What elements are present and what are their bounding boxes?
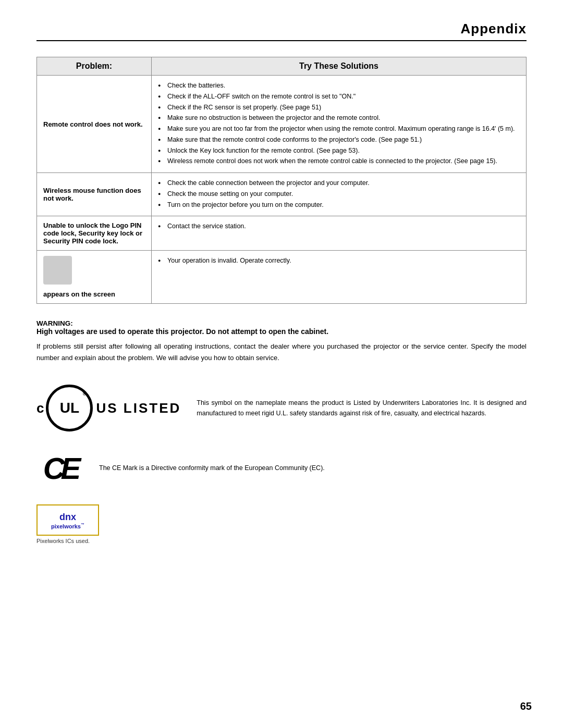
dnx-text: dnx	[59, 512, 76, 523]
solution-cell: Contact the service station.	[152, 216, 527, 251]
ul-logo: c UL ® US LISTED	[36, 385, 181, 431]
warning-main-text: High voltages are used to operate this p…	[36, 327, 527, 336]
solution-item: Check the cable connection between the p…	[158, 178, 520, 188]
problem-cell: Wireless mouse function does not work.	[37, 173, 152, 216]
solution-item: Make sure that the remote control code c…	[158, 135, 520, 145]
table-row: Remote control does not work.Check the b…	[37, 76, 527, 173]
solution-item: Contact the service station.	[158, 221, 520, 231]
page-title: Appendix	[461, 21, 527, 36]
ce-text: CE	[43, 451, 77, 486]
ul-logo-row: c UL ® US LISTED This symbol on the name…	[36, 385, 527, 431]
solution-item: Your operation is invalid. Operate corre…	[158, 256, 520, 266]
table-row: appears on the screenYour operation is i…	[37, 251, 527, 304]
troubleshooting-table: Problem: Try These Solutions Remote cont…	[36, 57, 527, 304]
pixelworks-text: pixelworks™	[51, 523, 84, 529]
table-row: Wireless mouse function does not work.Ch…	[37, 173, 527, 216]
ce-logo: CE	[36, 450, 83, 486]
warning-body-text: If problems still persist after followin…	[36, 341, 527, 364]
solution-item: Wireless remote control does not work wh…	[158, 156, 520, 166]
pixelworks-logo-row: dnx pixelworks™ Pixelworks ICs used.	[36, 504, 527, 544]
solution-cell: Your operation is invalid. Operate corre…	[152, 251, 527, 304]
solutions-column-header: Try These Solutions	[152, 57, 527, 76]
problem-cell: Unable to unlock the Logo PIN code lock,…	[37, 216, 152, 251]
logos-section: c UL ® US LISTED This symbol on the name…	[36, 385, 527, 544]
solution-item: Check the batteries.	[158, 81, 520, 91]
solution-item: Check the mouse setting on your computer…	[158, 189, 520, 199]
solution-cell: Check the batteries.Check if the ALL-OFF…	[152, 76, 527, 173]
pixelworks-logo: dnx pixelworks™	[36, 504, 99, 536]
icon-placeholder	[43, 256, 72, 285]
ce-logo-row: CE The CE Mark is a Directive conformity…	[36, 450, 527, 486]
pixelworks-caption: Pixelworks ICs used.	[36, 538, 90, 544]
solution-item: Turn on the projector before you turn on…	[158, 200, 520, 210]
page-number: 65	[520, 700, 532, 712]
ul-logo-description: This symbol on the nameplate means the p…	[197, 398, 527, 418]
problem-cell: appears on the screen	[37, 251, 152, 304]
table-row: Unable to unlock the Logo PIN code lock,…	[37, 216, 527, 251]
ul-listed-text: US LISTED	[96, 400, 181, 416]
ul-circle: UL ®	[46, 385, 93, 431]
solution-item: Check if the RC sensor is set properly. …	[158, 103, 520, 113]
ce-logo-description: The CE Mark is a Directive conformity ma…	[99, 463, 325, 473]
warning-label: WARNING:	[36, 319, 527, 327]
warning-section: WARNING: High voltages are used to opera…	[36, 319, 527, 364]
solution-cell: Check the cable connection between the p…	[152, 173, 527, 216]
page-header: Appendix	[36, 21, 527, 41]
solution-item: Unlock the Key lock function for the rem…	[158, 146, 520, 156]
problem-column-header: Problem:	[37, 57, 152, 76]
solution-item: Check if the ALL-OFF switch on the remot…	[158, 92, 520, 102]
ul-c-letter: c	[36, 400, 44, 416]
solution-item: Make sure you are not too far from the p…	[158, 124, 520, 134]
solution-item: Make sure no obstruction is between the …	[158, 113, 520, 123]
ul-registered-symbol: ®	[83, 391, 87, 397]
ul-text: UL	[60, 400, 79, 416]
problem-cell: Remote control does not work.	[37, 76, 152, 173]
